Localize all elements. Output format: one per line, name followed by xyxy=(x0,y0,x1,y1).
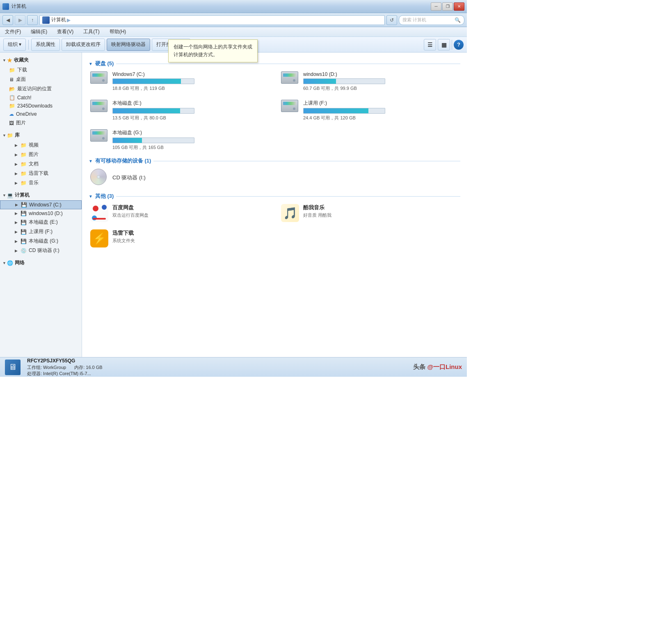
drive-item-f[interactable]: 上课用 (F:) 24.4 GB 可用，共 120 GB xyxy=(279,98,460,123)
forward-button[interactable]: ▶ xyxy=(15,15,25,25)
back-button[interactable]: ◀ xyxy=(2,15,13,25)
sidebar-item-cdDrive[interactable]: ▶ 💿 CD 驱动器 (I:) xyxy=(0,246,82,255)
drive-icon-d xyxy=(281,71,299,86)
xunlei-icon: 📁 xyxy=(21,171,27,176)
up-button[interactable]: ↑ xyxy=(27,15,38,25)
chevron-winC-icon: ▶ xyxy=(15,203,18,207)
drive-info-g: 本地磁盘 (G:) 105 GB 可用，共 165 GB xyxy=(112,129,268,151)
sidebar-onedrive-label: OneDrive xyxy=(16,111,37,117)
chevron-network-icon: ▼ xyxy=(2,261,6,265)
chevron-localE-icon: ▶ xyxy=(15,220,18,224)
sidebar-documents-label: 文档 xyxy=(29,160,39,167)
sidebar-item-downloads[interactable]: 📁 下载 xyxy=(0,65,82,75)
sidebar-localF-label: 上课用 (F:) xyxy=(29,228,53,235)
sidebar-item-pictures[interactable]: 🖼 图片 xyxy=(0,118,82,128)
removable-label: 有可移动存储的设备 (1) xyxy=(95,157,151,165)
status-memory: 内存: 16.0 GB xyxy=(74,364,102,371)
sidebar-item-videos[interactable]: ▶ 📁 视频 xyxy=(0,140,82,150)
baidu-desc: 双击运行百度网盘 xyxy=(112,212,268,218)
star-icon: ★ xyxy=(7,57,12,64)
sidebar-network-header[interactable]: ▼ 🌐 网络 xyxy=(0,258,82,268)
close-button[interactable]: ✕ xyxy=(454,2,464,11)
drive-d-icon: 💾 xyxy=(21,211,27,216)
drive-icon-f xyxy=(281,100,299,115)
status-processor: 处理器: Intel(R) Core(TM) i5-7... xyxy=(27,371,407,377)
sidebar-item-winC[interactable]: ▶ 💾 Windows7 (C:) xyxy=(0,200,82,209)
baidu-info: 百度网盘 双击运行百度网盘 xyxy=(112,204,268,218)
drive-name-e: 本地磁盘 (E:) xyxy=(112,100,268,107)
restore-button[interactable]: ❐ xyxy=(442,2,453,11)
title-bar-controls: ─ ❐ ✕ xyxy=(431,2,464,11)
window-icon xyxy=(2,3,9,10)
chevron-cd-icon: ▶ xyxy=(15,249,18,253)
title-bar-left: 计算机 xyxy=(2,3,26,10)
drive-item-c[interactable]: Windows7 (C:) 18.8 GB 可用，共 119 GB xyxy=(89,70,270,93)
sidebar-item-localG[interactable]: ▶ 💾 本地磁盘 (G:) xyxy=(0,236,82,246)
sidebar-item-onedrive[interactable]: ☁ OneDrive xyxy=(0,110,82,118)
sidebar-item-catch[interactable]: 📋 Catch! xyxy=(0,94,82,102)
sidebar-item-recent[interactable]: 📂 最近访问的位置 xyxy=(0,84,82,94)
drive-item-d[interactable]: windows10 (D:) 60.7 GB 可用，共 99.9 GB xyxy=(279,70,460,93)
minimize-button[interactable]: ─ xyxy=(431,2,441,11)
system-properties-button[interactable]: 系统属性 xyxy=(31,39,60,51)
address-input[interactable]: 计算机 ▶ xyxy=(39,15,385,25)
toolbar-right: ☰ ▦ ? xyxy=(424,39,464,50)
drive-size-g: 105 GB 可用，共 165 GB xyxy=(112,144,268,151)
sidebar-item-xunlei[interactable]: ▶ 📁 迅雷下载 xyxy=(0,169,82,178)
view-button[interactable]: ☰ xyxy=(424,39,436,50)
title-bar: 计算机 ─ ❐ ✕ xyxy=(0,0,467,13)
help-button[interactable]: ? xyxy=(454,40,464,50)
drive-bar-g xyxy=(112,137,194,143)
other-item-xunlei[interactable]: ⚡ 迅雷下载 系统文件夹 xyxy=(89,228,270,249)
recent-icon: 📂 xyxy=(9,86,15,92)
chevron-docs-icon: ▶ xyxy=(15,162,18,166)
drive-c-icon: 💾 xyxy=(21,202,27,208)
chevron-icon: ▼ xyxy=(2,58,6,62)
address-bar: ◀ ▶ ↑ 计算机 ▶ ↺ 搜索 计算机 🔍 xyxy=(0,13,467,27)
drive-info-e: 本地磁盘 (E:) 13.5 GB 可用，共 80.0 GB xyxy=(112,100,268,121)
view-details-button[interactable]: ▦ xyxy=(438,39,450,50)
sidebar-item-winD[interactable]: ▶ 💾 windows10 (D:) xyxy=(0,209,82,218)
drive-size-e: 13.5 GB 可用，共 80.0 GB xyxy=(112,115,268,121)
sidebar-item-documents[interactable]: ▶ 📁 文档 xyxy=(0,159,82,169)
drive-size-d: 60.7 GB 可用，共 99.9 GB xyxy=(303,85,459,92)
others-label: 其他 (3) xyxy=(95,192,114,200)
sidebar-recent-label: 最近访问的位置 xyxy=(17,85,52,92)
organize-button[interactable]: 组织 ▾ xyxy=(3,39,26,51)
menu-view[interactable]: 查看(V) xyxy=(55,27,75,36)
chevron-xunlei-icon: ▶ xyxy=(15,172,18,176)
kuwo-info: 酷我音乐 好音质 用酷我 xyxy=(303,204,459,218)
search-box[interactable]: 搜索 计算机 🔍 xyxy=(399,15,464,25)
menu-edit[interactable]: 编辑(E) xyxy=(29,27,49,36)
sidebar-favorites-header[interactable]: ▼ ★ 收藏夹 xyxy=(0,55,82,65)
main-layout: ▼ ★ 收藏夹 📁 下载 🖥 桌面 📂 最近访问的位置 📋 Catch! 📁 2… xyxy=(0,53,467,357)
chevron-libraries-icon: ▼ xyxy=(2,133,6,137)
drive-bar-e xyxy=(112,108,194,114)
cd-drive-item[interactable]: CD 驱动器 (I:) xyxy=(89,167,460,188)
sidebar-videos-label: 视频 xyxy=(29,142,39,149)
docs-icon: 📁 xyxy=(21,161,27,167)
map-drive-button[interactable]: 映射网络驱动器 xyxy=(107,39,150,51)
uninstall-button[interactable]: 卸载或更改程序 xyxy=(62,39,105,51)
refresh-button[interactable]: ↺ xyxy=(386,15,397,25)
other-item-baidu[interactable]: 百度网盘 双击运行百度网盘 xyxy=(89,202,270,224)
sidebar-item-localF[interactable]: ▶ 💾 上课用 (F:) xyxy=(0,227,82,236)
sidebar-item-music[interactable]: ▶ 📁 音乐 xyxy=(0,178,82,188)
sidebar-item-2345[interactable]: 📁 2345Downloads xyxy=(0,102,82,110)
drive-item-e[interactable]: 本地磁盘 (E:) 13.5 GB 可用，共 80.0 GB xyxy=(89,98,270,123)
menu-file[interactable]: 文件(F) xyxy=(3,27,23,36)
section-chevron-removable: ▼ xyxy=(89,159,93,163)
sidebar-libraries-header[interactable]: ▼ 📁 库 xyxy=(0,130,82,140)
menu-tools[interactable]: 工具(T) xyxy=(82,27,101,36)
chevron-music-icon: ▶ xyxy=(15,181,18,185)
computer-icon: 💻 xyxy=(7,192,13,198)
sidebar-computer-header[interactable]: ▼ 💻 计算机 xyxy=(0,190,82,200)
chevron-pictures-icon: ▶ xyxy=(15,153,18,157)
sidebar-item-pictures2[interactable]: ▶ 📁 图片 xyxy=(0,150,82,159)
drive-item-g[interactable]: 本地磁盘 (G:) 105 GB 可用，共 165 GB xyxy=(89,128,270,152)
other-item-kuwo[interactable]: 🎵 酷我音乐 好音质 用酷我 xyxy=(279,202,460,224)
chevron-winD-icon: ▶ xyxy=(15,211,18,215)
sidebar-item-desktop[interactable]: 🖥 桌面 xyxy=(0,75,82,84)
menu-help[interactable]: 帮助(H) xyxy=(108,27,128,36)
sidebar-item-localE[interactable]: ▶ 💾 本地磁盘 (E:) xyxy=(0,218,82,227)
